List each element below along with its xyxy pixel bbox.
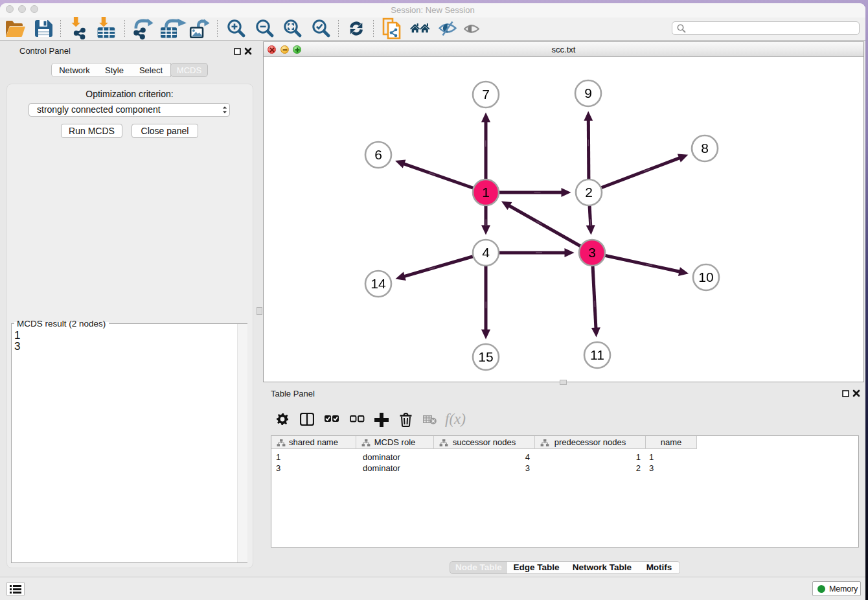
- svg-text:14: 14: [371, 276, 386, 291]
- svg-text:6: 6: [374, 147, 382, 162]
- svg-text:1: 1: [482, 185, 490, 200]
- svg-text:3: 3: [588, 245, 596, 260]
- svg-text:15: 15: [478, 349, 493, 364]
- svg-text:9: 9: [584, 86, 592, 100]
- svg-text:11: 11: [590, 347, 604, 362]
- svg-text:8: 8: [701, 141, 709, 156]
- svg-text:2: 2: [585, 185, 593, 200]
- svg-text:4: 4: [482, 245, 490, 260]
- svg-text:10: 10: [698, 270, 713, 284]
- svg-text:7: 7: [482, 87, 490, 102]
